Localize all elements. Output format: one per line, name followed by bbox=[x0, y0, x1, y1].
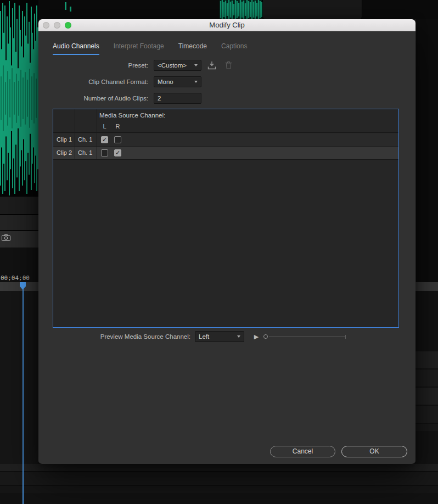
timecode-display-left[interactable]: 00;04;00 bbox=[1, 275, 30, 282]
clip-channel: Ch. 1 bbox=[78, 147, 92, 159]
right-panel-stripe bbox=[415, 291, 438, 351]
clip-channel-format-value: Mono bbox=[158, 79, 173, 85]
zoom-window-button[interactable] bbox=[65, 22, 71, 29]
chevron-down-icon bbox=[194, 81, 198, 83]
clip-channel-format-dropdown[interactable]: Mono bbox=[154, 76, 201, 87]
clip-name: Clip 1 bbox=[57, 133, 72, 146]
timeline-track-row[interactable] bbox=[0, 472, 438, 485]
tab-interpret-footage[interactable]: Interpret Footage bbox=[114, 42, 164, 55]
timeline-ruler-left[interactable] bbox=[0, 282, 38, 291]
preview-channel-dropdown[interactable]: Left bbox=[195, 331, 244, 342]
waveform-svg-left bbox=[0, 0, 38, 197]
dialog-tabs: Audio Channels Interpret Footage Timecod… bbox=[53, 42, 261, 55]
close-window-button[interactable] bbox=[43, 22, 49, 29]
number-of-audio-clips-input[interactable] bbox=[154, 93, 201, 104]
column-divider bbox=[97, 109, 97, 160]
clip2-right-checkbox[interactable] bbox=[114, 149, 121, 156]
media-source-channel-header: Media Source Channel: bbox=[99, 112, 165, 119]
number-of-audio-clips-label: Number of Audio Clips: bbox=[38, 93, 148, 104]
tab-audio-channels[interactable]: Audio Channels bbox=[53, 42, 99, 55]
preview-volume-slider[interactable] bbox=[263, 333, 346, 340]
timeline-audio-waveform bbox=[220, 0, 262, 19]
preset-label: Preset: bbox=[38, 60, 148, 71]
clip-row-2[interactable]: Clip 2 Ch. 1 bbox=[53, 147, 398, 160]
right-panel-edge bbox=[415, 19, 438, 282]
waveform-svg-top bbox=[220, 0, 262, 19]
tab-timecode[interactable]: Timecode bbox=[178, 42, 207, 55]
slider-track bbox=[269, 337, 346, 337]
preset-dropdown[interactable]: <Custom> bbox=[154, 60, 201, 71]
premiere-app-background: 00;04;00 00; Modify Clip Audio Channels … bbox=[0, 0, 438, 504]
column-left-label: L bbox=[101, 123, 108, 130]
timeline-track-row[interactable] bbox=[0, 486, 438, 494]
left-panel-stripe bbox=[0, 249, 38, 274]
clip-row-1[interactable]: Clip 1 Ch. 1 bbox=[53, 133, 398, 147]
preview-play-icon[interactable]: ▶ bbox=[252, 331, 261, 342]
timeline-track-row[interactable] bbox=[0, 494, 438, 504]
waveform-speck bbox=[70, 7, 71, 12]
export-frame-camera-icon[interactable] bbox=[2, 233, 12, 241]
channel-matrix-header: Media Source Channel: L R bbox=[53, 109, 398, 133]
column-right-label: R bbox=[114, 123, 121, 130]
source-audio-waveform bbox=[0, 0, 38, 197]
program-monitor-panel-edge bbox=[262, 0, 362, 19]
track-row[interactable] bbox=[415, 351, 438, 368]
waveform-speck bbox=[65, 2, 66, 10]
modify-clip-dialog: Modify Clip Audio Channels Interpret Foo… bbox=[38, 19, 415, 464]
dialog-titlebar[interactable]: Modify Clip bbox=[38, 19, 415, 31]
track-row[interactable] bbox=[415, 406, 438, 423]
preview-channel-value: Left bbox=[199, 333, 209, 340]
preset-value: <Custom> bbox=[158, 62, 187, 69]
slider-endcap bbox=[345, 335, 346, 339]
tab-captions[interactable]: Captions bbox=[221, 42, 247, 55]
clip-channel: Ch. 1 bbox=[78, 133, 92, 146]
clip1-right-checkbox[interactable] bbox=[114, 136, 121, 143]
dialog-body: Audio Channels Interpret Footage Timecod… bbox=[38, 31, 415, 463]
channel-matrix-table: Media Source Channel: L R Clip 1 Ch. 1 C… bbox=[53, 109, 399, 328]
playhead-line bbox=[23, 289, 24, 504]
track-row[interactable] bbox=[415, 369, 438, 387]
clip-name: Clip 2 bbox=[57, 147, 72, 159]
chevron-down-icon bbox=[194, 64, 198, 66]
preview-media-source-channel-label: Preview Media Source Channel: bbox=[53, 331, 190, 342]
delete-preset-trash-icon[interactable] bbox=[225, 61, 235, 70]
clip2-left-checkbox[interactable] bbox=[101, 149, 108, 156]
track-row[interactable] bbox=[415, 388, 438, 405]
timeline-track-area-left[interactable] bbox=[0, 291, 38, 464]
chevron-down-icon bbox=[237, 335, 240, 338]
right-panel-stripe bbox=[415, 431, 438, 464]
dialog-title: Modify Clip bbox=[38, 19, 415, 31]
save-preset-icon[interactable] bbox=[207, 61, 217, 70]
timeline-ruler-right[interactable] bbox=[415, 282, 438, 291]
column-divider bbox=[75, 109, 75, 160]
left-panel-stripe bbox=[0, 215, 38, 231]
left-panel-stripe bbox=[0, 197, 38, 215]
timeline-track-row[interactable] bbox=[0, 464, 438, 471]
clip1-left-checkbox[interactable] bbox=[101, 136, 108, 143]
track-row[interactable] bbox=[415, 424, 438, 431]
ok-button[interactable]: OK bbox=[341, 446, 407, 457]
clip-channel-format-label: Clip Channel Format: bbox=[38, 76, 148, 87]
slider-knob[interactable] bbox=[263, 334, 268, 339]
minimize-window-button[interactable] bbox=[54, 22, 60, 29]
cancel-button[interactable]: Cancel bbox=[270, 446, 335, 457]
